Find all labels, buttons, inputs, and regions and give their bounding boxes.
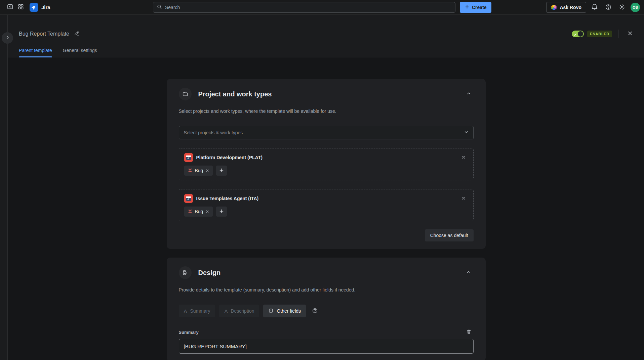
template-content: Project and work types Select projects a…	[8, 57, 644, 360]
project-work-type-select[interactable]: Select projects & work types	[179, 126, 474, 139]
description-field-button-label: Description	[231, 308, 254, 314]
delete-summary-field-button[interactable]	[464, 327, 474, 337]
page-title: Bug Report Template	[19, 31, 69, 37]
project-name: Platform Development (PLAT)	[196, 155, 455, 160]
add-work-type-button[interactable]	[216, 207, 227, 217]
close-panel-button[interactable]	[625, 29, 635, 39]
top-navigation-bar: Jira Create Ask Rovo OS	[0, 0, 644, 15]
jira-logo-icon	[30, 3, 38, 12]
project-avatar	[184, 194, 193, 203]
sidebar-toggle-button[interactable]	[5, 2, 15, 13]
search-icon	[157, 4, 162, 11]
fields-help-button[interactable]	[312, 308, 318, 315]
help-icon	[605, 4, 612, 11]
remove-work-type-button[interactable]	[205, 210, 209, 214]
chevron-down-icon	[464, 130, 469, 136]
gear-icon	[619, 4, 626, 11]
help-icon	[312, 308, 318, 315]
topbar-right-group: Ask Rovo OS	[546, 2, 640, 13]
summary-field-button-label: Summary	[190, 308, 210, 314]
select-placeholder: Select projects & work types	[184, 130, 243, 135]
edit-pencil-icon	[74, 31, 80, 37]
app-switcher-icon	[17, 3, 24, 11]
plus-icon	[219, 168, 224, 174]
ask-rovo-button[interactable]: Ask Rovo	[546, 2, 586, 13]
header-divider	[618, 30, 618, 38]
plus-icon	[219, 209, 224, 215]
template-editor-panel: Bug Report Template ENABLED Parent templ…	[8, 15, 644, 360]
work-type-label: Bug	[195, 209, 203, 214]
add-work-type-button[interactable]	[216, 166, 227, 176]
jira-home-link[interactable]: Jira	[30, 3, 50, 12]
app-switcher-button[interactable]	[15, 2, 26, 13]
text-icon: A	[224, 308, 228, 314]
summary-field-label: Summary	[179, 330, 199, 335]
rovo-icon	[551, 5, 557, 10]
bell-icon	[591, 4, 598, 11]
design-icon	[179, 266, 192, 279]
notifications-button[interactable]	[589, 2, 600, 13]
choose-as-default-button[interactable]: Choose as default	[425, 229, 474, 241]
remove-project-button[interactable]	[459, 153, 468, 162]
bug-icon	[188, 168, 193, 174]
check-icon	[573, 32, 577, 37]
project-card-title: Project and work types	[198, 90, 457, 98]
create-button[interactable]: Create	[460, 2, 491, 13]
trash-icon	[466, 329, 472, 335]
app-name: Jira	[41, 4, 50, 10]
collapsed-sidebar-rail	[0, 15, 8, 360]
project-card-description: Select projects and work types, where th…	[179, 108, 474, 114]
design-card-description: Provide details to the template (summary…	[179, 287, 474, 292]
chevron-up-icon	[466, 270, 471, 276]
chevron-right-icon	[5, 35, 10, 41]
help-button[interactable]	[603, 2, 614, 13]
sidebar-toggle-icon	[7, 3, 13, 11]
project-work-types-card: Project and work types Select projects a…	[167, 79, 486, 249]
template-tabs: Parent template General settings	[8, 48, 644, 57]
close-icon	[461, 155, 466, 161]
profile-avatar[interactable]: OS	[631, 3, 640, 12]
design-card-collapse-button[interactable]	[464, 268, 474, 277]
status-badge: ENABLED	[587, 31, 612, 37]
work-type-tag: Bug	[184, 207, 213, 217]
settings-button[interactable]	[617, 2, 628, 13]
other-fields-button-label: Other fields	[277, 308, 301, 314]
remove-work-type-button[interactable]	[205, 169, 209, 173]
project-row: Issue Templates Agent (ITA) Bug	[179, 189, 474, 221]
fields-icon	[268, 308, 274, 314]
chevron-up-icon	[466, 91, 471, 97]
text-icon: A	[184, 308, 187, 314]
remove-project-button[interactable]	[459, 194, 468, 203]
folder-icon	[179, 88, 192, 100]
project-name: Issue Templates Agent (ITA)	[196, 196, 455, 201]
project-card-collapse-button[interactable]	[464, 89, 474, 99]
plus-icon	[465, 4, 470, 10]
search-bar[interactable]	[153, 2, 455, 13]
tab-general-settings[interactable]: General settings	[63, 48, 97, 57]
summary-value-input[interactable]	[179, 339, 474, 354]
close-icon	[627, 30, 633, 38]
design-card: Design Provide details to the template (…	[167, 258, 486, 360]
design-card-title: Design	[198, 269, 457, 277]
other-fields-button[interactable]: Other fields	[263, 305, 306, 317]
design-field-buttons: A Summary A Description Other fields	[179, 305, 474, 317]
search-input[interactable]	[162, 5, 452, 10]
template-header: Bug Report Template ENABLED Parent templ…	[8, 15, 644, 57]
tab-parent-template[interactable]: Parent template	[19, 48, 52, 57]
project-avatar	[184, 153, 193, 162]
toggle-knob	[578, 31, 583, 37]
summary-field-button[interactable]: A Summary	[179, 305, 215, 317]
work-type-label: Bug	[195, 168, 203, 173]
work-type-tag: Bug	[184, 166, 213, 176]
jira-app-window: Jira Create Ask Rovo OS	[0, 0, 644, 360]
sidebar-expand-button[interactable]	[2, 32, 13, 44]
enabled-toggle[interactable]	[572, 31, 584, 37]
project-row: Platform Development (PLAT) Bug	[179, 148, 474, 180]
close-icon	[461, 196, 466, 201]
ask-rovo-label: Ask Rovo	[560, 5, 581, 10]
edit-title-button[interactable]	[72, 29, 81, 39]
description-field-button[interactable]: A Description	[219, 305, 259, 317]
bug-icon	[188, 209, 193, 215]
create-button-label: Create	[472, 5, 487, 10]
